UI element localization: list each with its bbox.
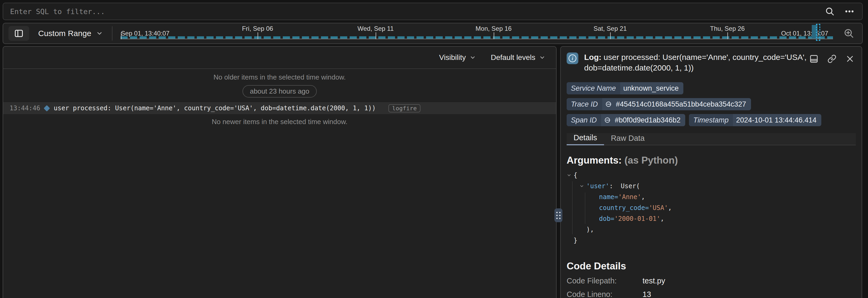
time-range-selector[interactable]: Custom Range xyxy=(38,29,103,38)
code-token: dob= xyxy=(599,215,614,223)
code-lineno-label: Code Lineno: xyxy=(567,290,643,298)
visibility-label: Visibility xyxy=(439,53,466,62)
log-row[interactable]: 13:44:46 user processed: User(name='Anne… xyxy=(3,102,556,114)
log-tag-badge[interactable]: logfire xyxy=(389,104,421,112)
sql-filter-input[interactable] xyxy=(10,7,824,15)
meta-badge-timestamp: Timestamp2024-10-01 13:44:46.414 xyxy=(689,114,821,126)
time-range-label: Custom Range xyxy=(38,29,91,38)
code-token: country_code= xyxy=(599,204,649,211)
code-token: , xyxy=(641,193,645,201)
default-levels-dropdown[interactable]: Default levels xyxy=(491,53,546,62)
code-token: 'USA' xyxy=(649,204,668,211)
log-timestamp: 13:44:46 xyxy=(9,104,40,112)
code-line: } xyxy=(567,235,856,246)
code-lineno-value: 13 xyxy=(643,290,651,298)
code-line: name='Anne', xyxy=(567,191,856,202)
code-token: ), xyxy=(586,226,594,233)
arguments-heading: Arguments: (as Python) xyxy=(567,155,856,166)
detail-title: Log: user processed: User(name='Anne', c… xyxy=(584,52,808,73)
meta-badge-service-name: Service Nameunknown_service xyxy=(567,82,683,94)
code-token: , xyxy=(668,204,672,211)
tab-raw-data[interactable]: Raw Data xyxy=(604,134,652,145)
indent-guide xyxy=(572,181,572,234)
link-icon[interactable] xyxy=(604,117,612,124)
chevron-down-icon xyxy=(539,54,546,61)
panel-resize-handle[interactable] xyxy=(554,208,562,222)
code-filepath-value: test.py xyxy=(643,276,665,285)
collapse-chevron-icon[interactable] xyxy=(567,173,574,178)
meta-badge-span-id[interactable]: Span ID#b0f0d9ed1ab346b2 xyxy=(567,114,685,126)
log-list-panel: Visibility Default levels No older items… xyxy=(3,46,557,298)
code-token: : xyxy=(609,183,621,190)
code-token: User( xyxy=(621,183,640,190)
badge-value: 2024-10-01 13:44:46.414 xyxy=(733,114,821,126)
badge-label: Span ID xyxy=(567,114,601,126)
visibility-dropdown[interactable]: Visibility xyxy=(439,53,476,62)
timeline-axis xyxy=(120,39,833,39)
zoom-in-icon[interactable] xyxy=(843,28,855,39)
code-line: country_code='USA', xyxy=(567,202,856,213)
divider xyxy=(112,26,113,40)
sidebar-toggle-button[interactable] xyxy=(8,26,29,41)
no-older-items-text: No older items in the selected time wind… xyxy=(3,73,556,81)
timeline-end-label: Oct 01, 13:45:07 xyxy=(781,30,828,37)
timeline-dashed-series xyxy=(120,36,833,39)
sql-filter-bar xyxy=(3,3,863,20)
code-token: } xyxy=(574,237,577,244)
arguments-code-tree: {'user': User(name='Anne',country_code='… xyxy=(567,170,856,246)
chevron-down-icon xyxy=(96,30,103,37)
code-line[interactable]: 'user': User( xyxy=(567,180,856,191)
copy-link-icon[interactable] xyxy=(826,53,838,65)
code-line: dob='2000-01-01', xyxy=(567,213,856,224)
relative-time-badge[interactable]: about 23 hours ago xyxy=(243,85,317,98)
code-line[interactable]: { xyxy=(567,170,856,180)
meta-badge-trace-id[interactable]: Trace ID#454514c0168a455a51bb4ceba354c32… xyxy=(567,98,751,110)
indent-guide xyxy=(585,193,585,224)
badge-value: unknown_service xyxy=(620,82,684,94)
default-levels-label: Default levels xyxy=(491,53,535,62)
badge-value: #454514c0168a455a51bb4ceba354c327 xyxy=(613,98,751,110)
code-token: { xyxy=(574,171,577,179)
code-token: '2000-01-01' xyxy=(614,215,660,223)
code-token: 'user' xyxy=(586,183,609,190)
code-token: name= xyxy=(599,193,618,201)
log-level-diamond-icon xyxy=(43,105,50,111)
badge-label: Timestamp xyxy=(689,114,733,126)
panel-layout-icon[interactable] xyxy=(808,53,820,65)
link-icon[interactable] xyxy=(606,100,613,108)
tab-details[interactable]: Details xyxy=(567,133,604,145)
collapse-chevron-icon[interactable] xyxy=(579,184,586,189)
code-token: , xyxy=(660,215,664,223)
chevron-down-icon xyxy=(469,54,476,61)
badge-value: #b0f0d9ed1ab346b2 xyxy=(612,114,685,126)
code-token: 'Anne' xyxy=(618,193,641,201)
search-icon[interactable] xyxy=(824,6,836,17)
timeline-start-label: Sep 01, 13:40:07 xyxy=(121,30,169,37)
no-newer-items-text: No newer items in the selected time wind… xyxy=(3,118,556,126)
code-filepath-label: Code Filepath: xyxy=(567,276,643,285)
close-icon[interactable] xyxy=(844,53,856,65)
timeline-panel: Custom Range Sep 01, 13:40:07 Oct 01, 13… xyxy=(3,23,863,44)
badge-label: Trace ID xyxy=(567,98,602,110)
timeline-selection-window[interactable] xyxy=(816,24,820,41)
badge-label: Service Name xyxy=(567,82,620,94)
ellipsis-menu-icon[interactable] xyxy=(844,6,855,17)
log-detail-panel: i Log: user processed: User(name='Anne',… xyxy=(560,46,862,298)
log-list-toolbar: Visibility Default levels xyxy=(3,47,556,69)
code-details-heading: Code Details xyxy=(567,261,856,272)
code-line: ), xyxy=(567,224,856,235)
timeline-chart[interactable]: Sep 01, 13:40:07 Oct 01, 13:45:07 Fri, S… xyxy=(117,23,860,43)
log-message: user processed: User(name='Anne', countr… xyxy=(54,104,376,112)
info-level-icon: i xyxy=(567,53,578,64)
detail-tabs: DetailsRaw Data xyxy=(567,133,856,145)
